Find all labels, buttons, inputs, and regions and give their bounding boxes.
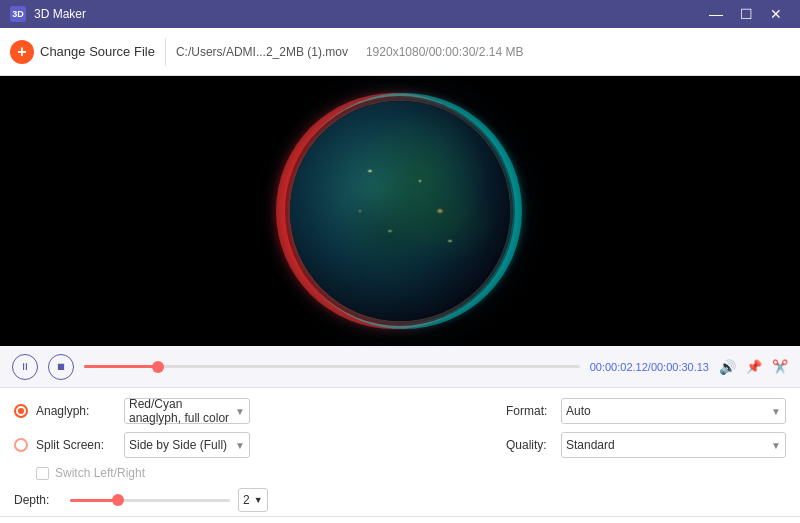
window-controls: — ☐ ✕ (702, 4, 790, 24)
pause-icon: ⏸ (20, 361, 30, 372)
anaglyph-radio[interactable] (14, 404, 28, 418)
format-select[interactable]: Auto ▼ (561, 398, 786, 424)
format-row: Format: Auto ▼ (506, 398, 786, 424)
anaglyph-arrow: ▼ (235, 406, 245, 417)
window-title: 3D Maker (34, 7, 86, 21)
depth-select[interactable]: 2 ▼ (238, 488, 268, 512)
time-total: 00:00:30.13 (651, 361, 709, 373)
progress-fill (84, 365, 158, 368)
file-meta: 1920x1080/00:00:30/2.14 MB (366, 45, 523, 59)
depth-label: Depth: (14, 493, 62, 507)
quality-select[interactable]: Standard ▼ (561, 432, 786, 458)
earth-halo (285, 96, 515, 326)
change-source-label: Change Source File (40, 44, 155, 59)
split-screen-select[interactable]: Side by Side (Full) ▼ (124, 432, 250, 458)
depth-arrow: ▼ (254, 495, 263, 505)
anaglyph-left: Anaglyph: Red/Cyan anaglyph, full color … (14, 398, 250, 424)
anaglyph-label: Anaglyph: (36, 404, 116, 418)
pause-button[interactable]: ⏸ (12, 354, 38, 380)
depth-thumb (112, 494, 124, 506)
bottom-bar: Save to: C:\Aiseesoft Studio\Ais...erter… (0, 516, 800, 523)
controls-bar: ⏸ ⏹ 00:00:02.12/00:00:30.13 🔊 📌 ✂️ (0, 346, 800, 388)
switch-lr-label: Switch Left/Right (55, 466, 145, 480)
title-bar-left: 3D 3D Maker (10, 6, 86, 22)
settings-col-right: Format: Auto ▼ Quality: Standard ▼ (506, 398, 786, 512)
depth-row: Depth: 2 ▼ (14, 488, 486, 512)
depth-value: 2 (243, 493, 250, 507)
depth-fill (70, 499, 118, 502)
format-arrow: ▼ (771, 406, 781, 417)
progress-bar[interactable] (84, 365, 580, 368)
split-screen-label: Split Screen: (36, 438, 116, 452)
switch-lr-checkbox[interactable] (36, 467, 49, 480)
quality-arrow: ▼ (771, 440, 781, 451)
progress-thumb (152, 361, 164, 373)
quality-value: Standard (566, 438, 615, 452)
toolbar: + Change Source File C:/Users/ADMI...2_2… (0, 28, 800, 76)
anaglyph-row: Anaglyph: Red/Cyan anaglyph, full color … (14, 398, 486, 424)
settings-col-left: Anaglyph: Red/Cyan anaglyph, full color … (14, 398, 506, 512)
stop-button[interactable]: ⏹ (48, 354, 74, 380)
time-display: 00:00:02.12/00:00:30.13 (590, 361, 709, 373)
close-button[interactable]: ✕ (762, 4, 790, 24)
minimize-button[interactable]: — (702, 4, 730, 24)
plus-icon: + (10, 40, 34, 64)
split-screen-row: Split Screen: Side by Side (Full) ▼ (14, 432, 486, 458)
depth-track[interactable] (70, 499, 230, 502)
anaglyph-value: Red/Cyan anaglyph, full color (129, 397, 235, 425)
format-value: Auto (566, 404, 591, 418)
format-label: Format: (506, 404, 561, 418)
settings-area: Anaglyph: Red/Cyan anaglyph, full color … (0, 388, 800, 516)
quality-label: Quality: (506, 438, 561, 452)
earth-preview (290, 101, 510, 321)
maximize-button[interactable]: ☐ (732, 4, 760, 24)
toolbar-divider (165, 38, 166, 66)
file-name: C:/Users/ADMI...2_2MB (1).mov (176, 45, 348, 59)
anaglyph-select[interactable]: Red/Cyan anaglyph, full color ▼ (124, 398, 250, 424)
split-screen-left: Split Screen: Side by Side (Full) ▼ (14, 432, 250, 458)
time-current: 00:00:02.12 (590, 361, 648, 373)
quality-row: Quality: Standard ▼ (506, 432, 786, 458)
pin-icon[interactable]: 📌 (746, 359, 762, 374)
stop-icon: ⏹ (56, 361, 66, 372)
preview-area (0, 76, 800, 346)
switch-lr-checkbox-row: Switch Left/Right (36, 466, 145, 480)
split-screen-value: Side by Side (Full) (129, 438, 227, 452)
title-bar: 3D 3D Maker — ☐ ✕ (0, 0, 800, 28)
app-icon: 3D (10, 6, 26, 22)
switch-lr-row: Switch Left/Right (36, 466, 486, 480)
volume-icon[interactable]: 🔊 (719, 359, 736, 375)
cut-icon[interactable]: ✂️ (772, 359, 788, 374)
settings-inner: Anaglyph: Red/Cyan anaglyph, full color … (0, 388, 800, 516)
split-screen-radio[interactable] (14, 438, 28, 452)
split-screen-arrow: ▼ (235, 440, 245, 451)
change-source-button[interactable]: + Change Source File (10, 40, 155, 64)
